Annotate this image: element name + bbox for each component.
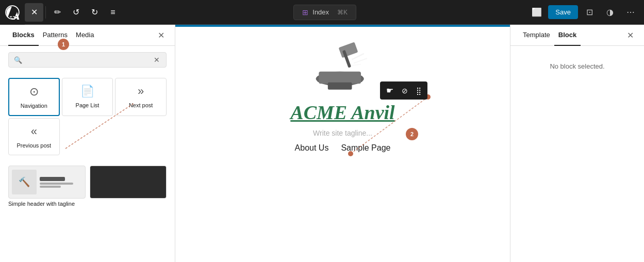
ban-icon[interactable]: ⊘ xyxy=(400,85,410,97)
templates-section: 🔨 Simple header with tagline xyxy=(0,159,175,262)
annotation-dot-1: 1 xyxy=(58,39,69,50)
search-icon: 🔍 xyxy=(14,56,22,64)
tab-media[interactable]: Media xyxy=(72,25,98,46)
svg-line-7 xyxy=(352,54,364,60)
svg-line-8 xyxy=(354,58,367,63)
nav-sample[interactable]: Sample Page xyxy=(341,143,390,153)
wp-logo[interactable] xyxy=(0,0,25,25)
site-title: ACME Anvil xyxy=(290,101,394,124)
next-post-label: Next post xyxy=(129,102,153,108)
canvas-content: ACME Anvil Write site tagline... About U… xyxy=(175,25,510,153)
tab-block[interactable]: Block xyxy=(554,25,581,46)
nav-links: About Us Sample Page xyxy=(295,143,391,153)
drag-icon[interactable]: ⣿ xyxy=(414,85,423,97)
template-thumb-simple: 🔨 xyxy=(8,166,86,199)
thumb-subtitle-bar xyxy=(40,183,73,185)
template-thumb-img-simple: 🔨 xyxy=(12,170,37,194)
svg-rect-5 xyxy=(319,72,361,84)
no-block-text: No block selected. xyxy=(550,62,604,70)
canvas-inner: ☛ ⊘ ⣿ xyxy=(175,25,510,262)
search-box: 🔍 navigation ✕ xyxy=(8,52,167,68)
monitor-button[interactable]: ⬜ xyxy=(527,3,546,22)
template-simple-header-label: Simple header with tagline xyxy=(8,201,75,207)
page-list-icon: 📄 xyxy=(80,85,94,98)
next-post-icon: » xyxy=(138,85,144,98)
navigation-label: Navigation xyxy=(21,103,47,109)
list-view-button[interactable]: ≡ xyxy=(104,3,122,22)
tab-template[interactable]: Template xyxy=(519,25,554,46)
thumb-line-bar xyxy=(40,186,61,188)
right-sidebar-close-button[interactable]: ✕ xyxy=(625,28,636,42)
shortcut-label: ⌘K xyxy=(337,9,348,16)
previous-post-label: Previous post xyxy=(17,142,52,149)
template-dark-bg xyxy=(90,166,167,198)
search-input[interactable]: navigation xyxy=(25,56,150,64)
navigation-icon: ⊙ xyxy=(29,85,39,99)
block-item-navigation[interactable]: ⊙ Navigation xyxy=(8,78,60,116)
search-row: 🔍 navigation ✕ xyxy=(0,46,175,74)
template-item-dark[interactable] xyxy=(90,166,167,207)
previous-post-icon: « xyxy=(31,125,37,138)
more-options-button[interactable]: ⋯ xyxy=(621,3,640,22)
style-button[interactable]: ◑ xyxy=(601,3,619,22)
edit-pencil-button[interactable]: ✏ xyxy=(48,3,67,22)
close-button[interactable]: ✕ xyxy=(25,3,43,22)
svg-rect-6 xyxy=(327,83,352,90)
sidebar-tabs: Blocks Patterns Media ✕ xyxy=(0,25,175,46)
nav-about[interactable]: About Us xyxy=(295,143,329,153)
svg-rect-2 xyxy=(338,42,358,58)
index-label: Index xyxy=(312,8,329,16)
svg-line-9 xyxy=(351,64,361,66)
right-tabs: Template Block ✕ xyxy=(510,25,644,46)
top-right: ⬜ Save ⊡ ◑ ⋯ xyxy=(527,3,644,22)
page-list-label: Page List xyxy=(76,102,100,108)
right-sidebar: Template Block ✕ No block selected. xyxy=(510,25,644,262)
right-content: No block selected. xyxy=(510,46,644,262)
canvas-toolbar: ☛ ⊘ ⣿ xyxy=(380,81,427,100)
template-thumb-dark xyxy=(90,166,167,199)
toggle-sidebar-button[interactable]: ⊡ xyxy=(580,3,599,22)
separator-1 xyxy=(45,6,46,19)
main-layout: Blocks Patterns Media ✕ 🔍 navigation ✕ ⊙… xyxy=(0,25,644,262)
block-item-page-list[interactable]: 📄 Page List xyxy=(62,78,113,116)
redo-button[interactable]: ↻ xyxy=(85,3,104,22)
annotation-dot-2: 2 xyxy=(406,128,418,140)
save-button[interactable]: Save xyxy=(548,5,578,19)
thumb-title-bar xyxy=(40,177,65,181)
anvil-svg xyxy=(307,40,379,97)
template-grid: 🔨 Simple header with tagline xyxy=(8,166,167,207)
block-item-previous-post[interactable]: « Previous post xyxy=(8,118,60,155)
canvas-top-line xyxy=(175,25,510,27)
site-tagline: Write site tagline... xyxy=(313,129,372,137)
tab-blocks[interactable]: Blocks xyxy=(8,25,39,46)
left-sidebar: Blocks Patterns Media ✕ 🔍 navigation ✕ ⊙… xyxy=(0,25,175,262)
top-center: ⊞ Index ⌘K xyxy=(122,5,527,20)
canvas-area: ☛ ⊘ ⣿ xyxy=(175,25,510,262)
hand-cursor-icon[interactable]: ☛ xyxy=(384,84,395,97)
top-bar: ✕ ✏ ↺ ↻ ≡ ⊞ Index ⌘K ⬜ Save ⊡ ◑ ⋯ xyxy=(0,0,644,25)
undo-button[interactable]: ↺ xyxy=(67,3,85,22)
index-pill[interactable]: ⊞ Index ⌘K xyxy=(293,5,356,20)
search-clear-button[interactable]: ✕ xyxy=(153,56,161,64)
template-item-simple-header[interactable]: 🔨 Simple header with tagline xyxy=(8,166,86,207)
grid-icon: ⊞ xyxy=(302,8,308,17)
block-item-next-post[interactable]: » Next post xyxy=(115,78,167,116)
blocks-grid: ⊙ Navigation 📄 Page List » Next post « P… xyxy=(0,74,175,159)
sidebar-close-button[interactable]: ✕ xyxy=(156,28,167,42)
anvil-logo xyxy=(307,40,379,97)
